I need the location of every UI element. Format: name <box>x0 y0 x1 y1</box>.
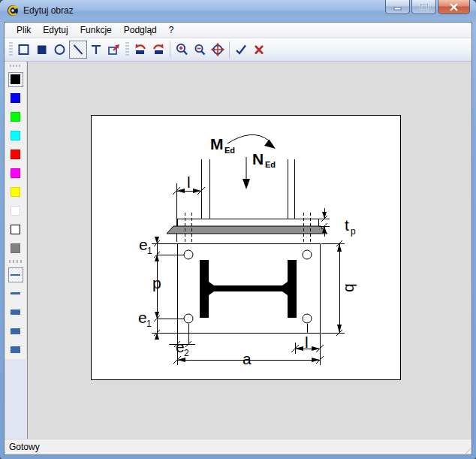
toolbar-gripper[interactable] <box>125 42 129 57</box>
x-icon <box>252 42 267 57</box>
window-controls <box>384 0 470 14</box>
rotate-right-icon <box>151 42 166 57</box>
swatch-green <box>11 112 20 122</box>
window-title: Edytuj obraz <box>23 5 74 16</box>
menu-help[interactable]: ? <box>163 23 180 37</box>
label-pitch: p <box>152 274 161 291</box>
color-swatch-gray[interactable] <box>5 239 26 258</box>
color-swatch-cyan[interactable] <box>5 126 26 145</box>
zoom-out-icon <box>192 42 207 57</box>
swatch-gray <box>11 243 20 253</box>
line-width-4[interactable] <box>5 322 26 340</box>
titlebar[interactable]: Edytuj obraz <box>0 0 476 22</box>
label-axial: N <box>252 150 264 168</box>
toolbar-separator <box>170 41 170 58</box>
toolbar <box>5 38 471 62</box>
status-text: Gotowy <box>9 442 40 452</box>
ellipse-icon <box>53 42 68 57</box>
label-moment-sub: Ed <box>224 146 235 155</box>
close-button[interactable] <box>438 0 470 14</box>
rectangle-outline-icon <box>17 42 32 57</box>
label-axial-sub: Ed <box>265 160 276 169</box>
swatch-red <box>11 149 20 159</box>
width-bar-3 <box>11 310 20 315</box>
tool-rotate-left-button[interactable] <box>131 41 149 59</box>
line-width-3[interactable] <box>5 303 26 322</box>
line-width-5[interactable] <box>5 340 26 359</box>
color-swatch-white[interactable] <box>5 201 26 220</box>
maximize-icon <box>420 3 429 11</box>
swatch-yellow <box>11 187 20 197</box>
width-bar-2 <box>11 292 20 294</box>
label-overhang-bottom: l <box>305 334 309 351</box>
statusbar: Gotowy <box>5 439 471 454</box>
color-swatch-yellow[interactable] <box>5 183 26 201</box>
color-swatch-transparent[interactable] <box>5 220 26 239</box>
swatch-black <box>11 74 20 84</box>
color-swatch-green[interactable] <box>5 107 26 126</box>
palette-panel-top <box>5 62 27 359</box>
tool-zoom-in-button[interactable] <box>173 41 191 59</box>
minimize-button[interactable] <box>385 0 410 14</box>
tool-rotate-right-button[interactable] <box>149 41 167 59</box>
dim-b <box>321 243 345 333</box>
zoom-pan-icon <box>210 42 225 57</box>
label-edge-bottom-sub: 1 <box>146 319 152 329</box>
palette-gripper[interactable] <box>10 65 22 67</box>
window-content: Plik Edytuj Funkcje Podgląd ? <box>4 22 472 455</box>
width-bar-5 <box>11 346 20 353</box>
maximize-button[interactable] <box>411 0 436 14</box>
tool-text-button[interactable] <box>87 41 105 59</box>
toolbar-gripper[interactable] <box>9 42 13 57</box>
tool-properties-button[interactable] <box>105 41 123 59</box>
menubar: Plik Edytuj Funkcje Podgląd ? <box>5 23 471 38</box>
text-icon <box>89 42 104 57</box>
color-swatch-magenta[interactable] <box>5 164 26 183</box>
color-swatch-blue[interactable] <box>5 89 26 107</box>
line-icon <box>71 42 86 57</box>
menu-podglad[interactable]: Podgląd <box>118 23 163 37</box>
label-edge-side-sub: 2 <box>184 348 189 358</box>
main-area: M Ed N Ed <box>5 62 471 439</box>
color-swatch-black[interactable] <box>5 70 26 89</box>
palette-separator <box>9 260 23 263</box>
swatch-magenta <box>11 168 20 178</box>
tool-cancel-button[interactable] <box>250 41 268 59</box>
tool-ellipse-button[interactable] <box>51 41 69 59</box>
color-swatch-red[interactable] <box>5 145 26 164</box>
tool-zoom-out-button[interactable] <box>191 41 209 59</box>
width-bar-1 <box>11 274 20 276</box>
zoom-in-icon <box>174 42 189 57</box>
app-window: Edytuj obraz Plik Ed <box>0 0 476 459</box>
minimize-icon <box>393 3 402 11</box>
label-edge-bottom: e <box>138 309 147 326</box>
rotate-left-icon <box>133 42 148 57</box>
line-width-1[interactable] <box>5 265 26 284</box>
label-plate-width: a <box>243 350 252 367</box>
resize-grip[interactable] <box>461 444 471 454</box>
properties-icon <box>107 42 122 57</box>
drawing-canvas[interactable]: M Ed N Ed <box>91 115 401 380</box>
swatch-transparent-outline <box>11 225 20 234</box>
tool-zoom-pan-button[interactable] <box>209 41 227 59</box>
menu-edytuj[interactable]: Edytuj <box>37 23 74 37</box>
check-icon <box>233 42 249 57</box>
menu-plik[interactable]: Plik <box>11 23 37 37</box>
label-moment: M <box>210 135 224 152</box>
menu-funkcje[interactable]: Funkcje <box>74 23 118 37</box>
label-edge-top-sub: 1 <box>147 246 152 256</box>
label-overhang-top: l <box>187 174 191 191</box>
workspace: M Ed N Ed <box>27 62 471 439</box>
toolbar-separator <box>229 41 230 58</box>
line-width-2[interactable] <box>5 284 26 303</box>
tool-apply-button[interactable] <box>232 41 250 59</box>
drawing-svg: M Ed N Ed <box>92 116 402 381</box>
rectangle-filled-icon <box>35 42 50 57</box>
tool-rectangle-filled-button[interactable] <box>33 41 51 59</box>
label-edge-top: e <box>139 236 148 253</box>
tool-line-button[interactable] <box>69 41 87 59</box>
selected-color-frame <box>8 72 23 87</box>
tool-rectangle-outline-button[interactable] <box>15 41 33 59</box>
palette-panel <box>5 62 27 439</box>
label-plate-thickness: t <box>345 216 349 234</box>
